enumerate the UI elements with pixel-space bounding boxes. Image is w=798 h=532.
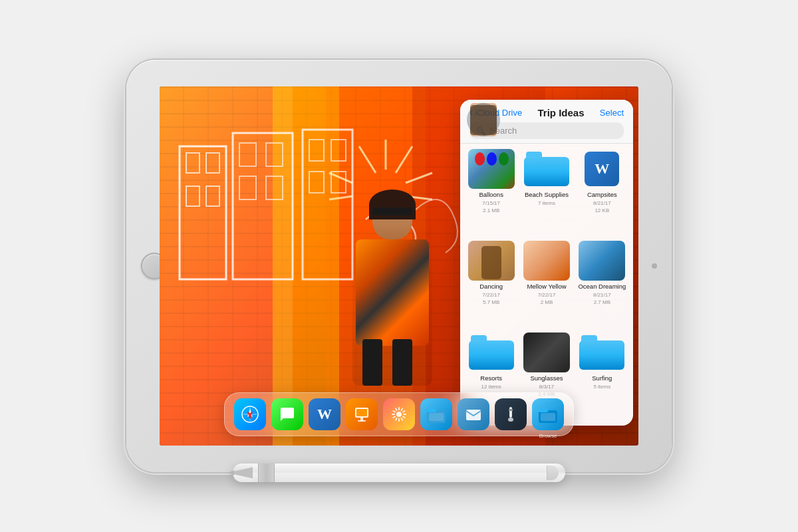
svg-rect-32: [398, 407, 400, 410]
file-name-ocean-dreaming: Ocean Dreaming: [578, 283, 626, 290]
file-meta-dancing: 7/22/175.7 MB: [482, 292, 500, 306]
ipad-device: ‹ iCloud Drive Trip Ideas Select 🔍 Searc…: [126, 60, 672, 472]
folder-body-resorts: [469, 340, 514, 370]
pencil-body: [253, 464, 559, 482]
file-meta-balloons: 7/15/172.1 MB: [482, 200, 500, 214]
browse-label: Browse: [539, 433, 557, 439]
file-name-mellow-yellow: Mellow Yellow: [527, 283, 566, 290]
word-icon-campsites: W: [585, 152, 619, 186]
file-meta-ocean-dreaming: 8/21/172.7 MB: [593, 292, 611, 306]
file-item-campsites[interactable]: W Campsites 8/21/1712 KB: [577, 149, 628, 237]
dock-paintbrush[interactable]: [495, 398, 527, 430]
svg-rect-49: [509, 407, 512, 418]
file-thumbnail-surfing: [579, 332, 625, 372]
svg-rect-28: [356, 409, 367, 416]
svg-rect-30: [358, 420, 366, 422]
dock-keynote[interactable]: [346, 398, 378, 430]
file-item-surfing[interactable]: Surfing 5 items: [577, 332, 628, 420]
wall-orange: [326, 86, 426, 446]
scene: ‹ iCloud Drive Trip Ideas Select 🔍 Searc…: [33, 13, 765, 519]
svg-rect-54: [541, 413, 555, 421]
file-thumbnail-dancing: [468, 241, 515, 281]
select-button[interactable]: Select: [600, 108, 624, 118]
svg-rect-43: [395, 408, 398, 411]
file-name-balloons: Balloons: [479, 191, 503, 198]
file-meta-campsites: 8/21/1712 KB: [593, 200, 611, 214]
file-name-dancing: Dancing: [479, 283, 503, 290]
messages-icon: [278, 405, 297, 424]
files-icon: [426, 404, 447, 425]
word-icon-dock: W: [317, 406, 332, 423]
folder-icon-surfing: [579, 335, 624, 370]
file-name-beach-supplies: Beach Supplies: [525, 191, 569, 198]
svg-rect-36: [402, 416, 406, 418]
dock-files[interactable]: [420, 398, 452, 430]
svg-rect-38: [398, 418, 400, 422]
pencil-eraser: [547, 466, 559, 480]
file-item-balloons[interactable]: Balloons 7/15/172.1 MB: [466, 149, 517, 237]
svg-rect-53: [539, 409, 548, 412]
file-grid: Balloons 7/15/172.1 MB Beach Supplies 7: [460, 144, 633, 426]
file-meta-surfing: 5 items: [593, 384, 610, 390]
dock-word[interactable]: W: [309, 398, 340, 430]
file-thumbnail-resorts: [468, 332, 515, 372]
file-item-mellow-yellow[interactable]: Mellow Yellow 7/22/172 MB: [521, 241, 572, 329]
svg-point-50: [508, 418, 513, 422]
svg-rect-39: [395, 418, 398, 421]
svg-rect-42: [392, 410, 396, 413]
file-meta-resorts: 12 items: [481, 384, 501, 390]
file-name-sunglasses: Sunglasses: [530, 374, 563, 382]
dock-photos[interactable]: [383, 398, 415, 430]
file-thumbnail-ocean-dreaming: [579, 241, 625, 281]
file-item-dancing[interactable]: Dancing 7/22/175.7 MB: [466, 241, 517, 329]
file-item-ocean-dreaming[interactable]: Ocean Dreaming 8/21/172.7 MB: [577, 241, 628, 329]
pencil-band: [258, 464, 275, 482]
file-meta-beach-supplies: 7 items: [538, 200, 555, 207]
file-thumbnail-mellow-yellow: [523, 241, 570, 281]
mail-icon: [464, 405, 483, 424]
panel-title: Trip Ideas: [537, 107, 584, 118]
svg-marker-56: [227, 470, 234, 475]
files-browse-icon: [537, 404, 559, 425]
svg-rect-47: [429, 413, 444, 421]
file-item-beach-supplies[interactable]: Beach Supplies 7 items: [521, 149, 572, 237]
photos-icon: [390, 405, 408, 424]
svg-rect-34: [402, 410, 406, 413]
svg-point-31: [396, 412, 402, 417]
svg-rect-33: [400, 408, 403, 411]
file-name-resorts: Resorts: [480, 374, 502, 382]
file-name-campsites: Campsites: [587, 191, 617, 198]
file-thumbnail-beach-supplies: [523, 149, 570, 189]
camera-dot: [652, 263, 657, 269]
keynote-icon: [352, 405, 371, 424]
apple-pencil: [233, 464, 565, 482]
dock-safari[interactable]: [234, 398, 266, 430]
svg-rect-46: [427, 409, 436, 412]
svg-rect-40: [392, 416, 396, 418]
svg-rect-51: [509, 409, 513, 411]
safari-icon: [241, 405, 259, 424]
svg-rect-41: [392, 414, 395, 415]
file-thumbnail-campsites: W: [579, 149, 625, 189]
ipad-screen: ‹ iCloud Drive Trip Ideas Select 🔍 Searc…: [160, 86, 638, 446]
folder-icon-resorts: [469, 335, 514, 370]
dock-files-browse[interactable]: Browse: [532, 398, 564, 430]
file-meta-mellow-yellow: 7/22/172 MB: [538, 292, 556, 306]
paintbrush-icon: [501, 405, 520, 424]
svg-rect-35: [403, 414, 406, 415]
dock: W: [224, 392, 574, 436]
file-name-surfing: Surfing: [592, 374, 612, 382]
dock-mail[interactable]: [458, 398, 489, 430]
folder-icon-beach: [524, 152, 569, 186]
svg-rect-37: [400, 418, 403, 421]
folder-body-surfing: [579, 340, 624, 370]
dock-messages[interactable]: [271, 398, 303, 430]
folder-body: [524, 157, 569, 186]
file-thumbnail-sunglasses: [523, 332, 570, 372]
file-thumbnail-balloons: [468, 149, 515, 189]
icloud-panel: ‹ iCloud Drive Trip Ideas Select 🔍 Searc…: [460, 100, 633, 426]
